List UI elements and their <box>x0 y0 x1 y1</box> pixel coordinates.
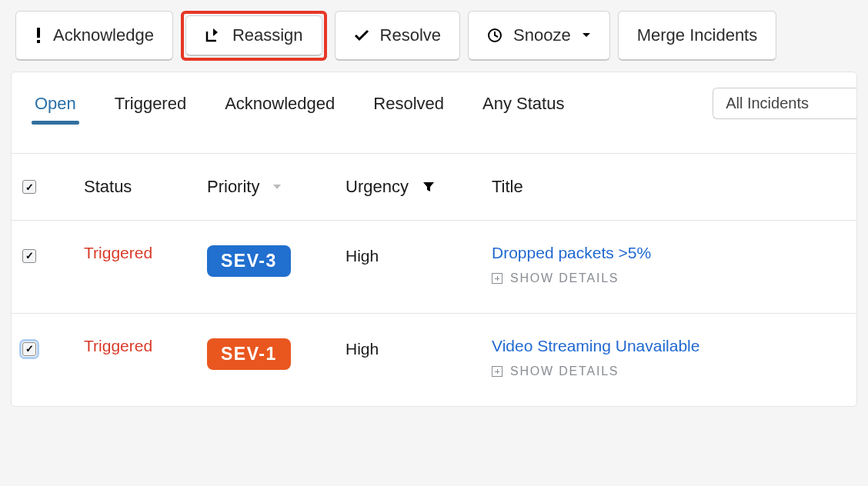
action-toolbar: Acknowledge Reassign Resolve Snooze Merg… <box>11 11 857 72</box>
show-details-toggle[interactable]: SHOW DETAILS <box>492 271 846 285</box>
priority-badge: SEV-1 <box>207 338 291 370</box>
exclamation-icon <box>35 27 42 44</box>
share-arrow-icon <box>205 28 222 43</box>
select-all-checkbox[interactable] <box>22 180 36 194</box>
column-urgency[interactable]: Urgency <box>346 177 492 197</box>
tab-acknowledged[interactable]: Acknowledged <box>225 94 335 114</box>
tab-resolved[interactable]: Resolved <box>373 94 444 114</box>
priority-badge: SEV-3 <box>207 245 291 277</box>
filter-label: All Incidents <box>726 95 809 112</box>
column-priority-label: Priority <box>207 177 259 197</box>
merge-incidents-button[interactable]: Merge Incidents <box>618 11 777 61</box>
acknowledge-button[interactable]: Acknowledge <box>15 11 173 61</box>
column-priority[interactable]: Priority <box>207 177 346 197</box>
row-status: Triggered <box>84 244 207 262</box>
column-urgency-label: Urgency <box>346 177 409 197</box>
reassign-button[interactable]: Reassign <box>185 15 322 56</box>
status-tabs: Open Triggered Acknowledged Resolved Any… <box>12 72 856 153</box>
snooze-button[interactable]: Snooze <box>468 11 610 61</box>
table-row: TriggeredSEV-1HighVideo Streaming Unavai… <box>12 313 856 406</box>
show-details-label: SHOW DETAILS <box>510 364 619 378</box>
row-checkbox[interactable] <box>22 249 36 263</box>
reassign-label: Reassign <box>232 25 303 45</box>
plus-icon <box>492 366 502 377</box>
row-urgency: High <box>346 337 492 358</box>
show-details-label: SHOW DETAILS <box>510 271 619 285</box>
clock-icon <box>487 28 502 43</box>
svg-rect-1 <box>37 40 40 43</box>
plus-icon <box>492 273 502 284</box>
column-title[interactable]: Title <box>492 177 846 197</box>
row-status: Triggered <box>84 337 207 355</box>
snooze-label: Snooze <box>513 25 571 45</box>
reassign-highlight: Reassign <box>181 11 327 61</box>
resolve-button[interactable]: Resolve <box>335 11 460 61</box>
filter-icon <box>422 181 435 193</box>
tab-open[interactable]: Open <box>35 94 76 114</box>
column-status[interactable]: Status <box>84 177 207 197</box>
svg-rect-0 <box>37 28 40 38</box>
incident-title-link[interactable]: Video Streaming Unavailable <box>492 337 846 355</box>
tab-triggered[interactable]: Triggered <box>115 94 186 114</box>
row-checkbox[interactable] <box>22 342 36 356</box>
incidents-panel: Open Triggered Acknowledged Resolved Any… <box>11 72 857 407</box>
table-row: TriggeredSEV-3HighDropped packets >5%SHO… <box>12 220 856 313</box>
incidents-filter-select[interactable]: All Incidents <box>713 88 856 119</box>
acknowledge-label: Acknowledge <box>53 25 154 45</box>
caret-down-icon <box>582 32 591 38</box>
check-icon <box>354 29 369 42</box>
incident-title-link[interactable]: Dropped packets >5% <box>492 244 846 262</box>
sort-desc-icon <box>273 185 281 189</box>
resolve-label: Resolve <box>380 25 441 45</box>
tab-any-status[interactable]: Any Status <box>482 94 564 114</box>
show-details-toggle[interactable]: SHOW DETAILS <box>492 364 846 378</box>
table-header: Status Priority Urgency Title <box>12 153 856 220</box>
merge-label: Merge Incidents <box>637 25 758 45</box>
row-urgency: High <box>346 244 492 265</box>
